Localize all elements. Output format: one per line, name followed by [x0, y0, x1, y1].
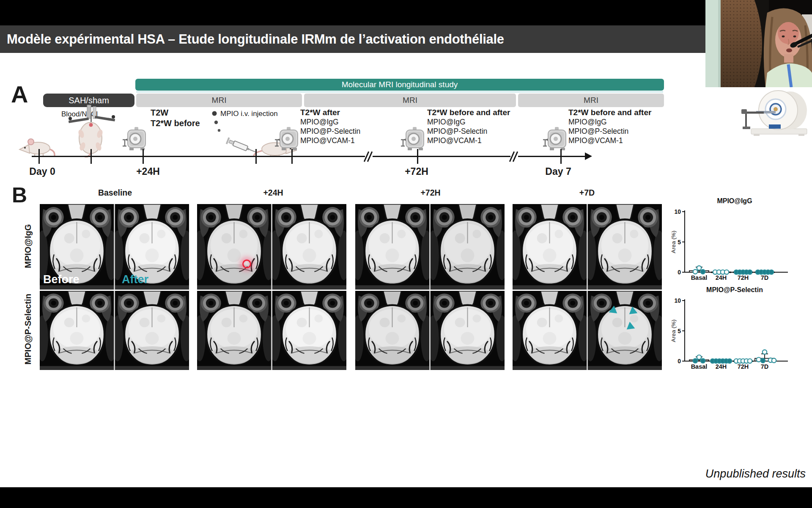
- y-tick-label: 10: [674, 297, 681, 304]
- data-point: [748, 270, 752, 274]
- slide-title: Modèle expérimental HSA – Etude longitud…: [0, 32, 504, 47]
- presenter-webcam: [705, 0, 812, 87]
- data-point: [693, 359, 697, 363]
- agent-vcam1: MPIO@VCAM-1: [568, 136, 651, 145]
- mri-image: [513, 291, 587, 370]
- mri-image: [115, 291, 189, 370]
- before-label: Before: [43, 273, 80, 286]
- agent-vcam1: MPIO@VCAM-1: [300, 136, 360, 145]
- row-label-mpio-pselectin: MPIO@P-Selectin: [23, 286, 33, 373]
- chart-mpio-igg: MPIO@IgG0510Area (%)Basal24H72H7D: [670, 193, 810, 284]
- data-point: [693, 270, 697, 274]
- slide-title-bar: Modèle expérimental HSA – Etude longitud…: [0, 25, 705, 53]
- timeline-label-24h: +24H: [129, 166, 167, 177]
- mri-image: [513, 204, 587, 290]
- x-category-label: 24H: [716, 274, 727, 281]
- timeline-label-72h: +72H: [398, 166, 436, 177]
- t2w-before-after-title: T2*W before and after: [568, 108, 651, 117]
- timeline-tick: [291, 149, 293, 164]
- data-point: [769, 270, 774, 274]
- x-category-label: Basal: [691, 274, 708, 281]
- y-tick-label: 0: [678, 269, 681, 276]
- timeline-label-day7: Day 7: [539, 166, 577, 177]
- agent-pselectin: MPIO@P-Selectin: [300, 127, 360, 136]
- mri-scanner-illustration: [739, 87, 809, 137]
- timeline-tick: [143, 149, 144, 164]
- column-header-7d: +7D: [551, 188, 623, 198]
- mri-image: [197, 291, 271, 370]
- mri-image-pair: [513, 204, 662, 290]
- data-point: [772, 358, 776, 362]
- data-point: [697, 266, 701, 270]
- mri-image-pair: [197, 291, 346, 370]
- timeline-tick: [255, 149, 257, 164]
- timeline-tick: [91, 149, 92, 164]
- timeline-tick: [417, 149, 418, 164]
- y-tick-label: 10: [674, 208, 681, 215]
- mri-scanner-icon: [400, 127, 425, 151]
- presentation-stage: Modèle expérimental HSA – Etude longitud…: [0, 0, 812, 508]
- x-category-label: 7D: [761, 363, 769, 370]
- mri-period-bar-3: MRI: [518, 94, 664, 107]
- mri-image-pair: [40, 291, 189, 370]
- agent-igg: MPIO@IgG: [300, 117, 360, 127]
- t2w-label: T2W: [151, 108, 200, 118]
- x-category-label: 72H: [738, 274, 749, 281]
- study-bar-underline: [136, 91, 663, 93]
- mri-image-pair: [355, 291, 505, 370]
- mri-image: [272, 291, 346, 370]
- mri-scanner-icon: [274, 127, 299, 151]
- y-axis-label: Area (%): [670, 320, 677, 342]
- t2w-before-after-block-72h: T2*W before and after MPIO@IgG MPIO@P-Se…: [427, 108, 510, 145]
- timeline-break: [365, 151, 373, 162]
- column-header-baseline: Baseline: [79, 188, 151, 198]
- agent-vcam1: MPIO@VCAM-1: [427, 136, 510, 145]
- t2w-before-after-block-day7: T2*W before and after MPIO@IgG MPIO@P-Se…: [568, 108, 651, 145]
- mouse-icon: [19, 135, 56, 157]
- after-label: After: [122, 273, 148, 286]
- mri-image-pair: [513, 291, 662, 370]
- mri-scanner-icon: [122, 127, 147, 151]
- mri-image-pair: [355, 204, 505, 290]
- mri-image: [197, 204, 271, 290]
- timeline-tick: [560, 149, 562, 164]
- chart-title: MPIO@IgG: [717, 197, 752, 204]
- letterbox-bottom: [0, 487, 812, 508]
- baseline-scan-block: T2W T2*W before: [151, 108, 200, 129]
- data-point: [724, 270, 729, 274]
- y-tick-label: 5: [678, 239, 681, 246]
- row-label-mpio-igg: MPIO@IgG: [23, 203, 33, 290]
- mri-period-bar-2: MRI: [304, 94, 516, 107]
- panel-a-label: A: [11, 80, 28, 108]
- mri-image: [355, 204, 429, 290]
- data-point: [701, 359, 705, 363]
- t2sw-before-label: T2*W before: [151, 118, 200, 129]
- data-point: [727, 359, 732, 363]
- y-axis-label: Area (%): [670, 231, 677, 253]
- timeline-arrowhead: [585, 152, 592, 160]
- mri-image: [431, 291, 505, 370]
- mri-image: [588, 291, 662, 370]
- x-category-label: 72H: [738, 363, 749, 370]
- mri-image: [588, 204, 662, 290]
- column-header-72h: +72H: [395, 188, 466, 198]
- mri-image: [355, 291, 429, 370]
- t2w-after-block: T2*W after MPIO@IgG MPIO@P-Selectin MPIO…: [300, 108, 360, 145]
- t2w-before-after-title: T2*W before and after: [427, 108, 510, 117]
- mri-image-pair: [197, 204, 346, 290]
- timeline-axis: [32, 156, 586, 157]
- red-circle-marker-icon: [242, 260, 251, 268]
- x-category-label: Basal: [691, 363, 708, 370]
- agent-pselectin: MPIO@P-Selectin: [427, 127, 510, 136]
- study-period-bar: Molecular MRI longitudinal study: [135, 79, 664, 91]
- mri-image: [431, 204, 505, 290]
- letterbox-top: [0, 0, 705, 25]
- data-point: [701, 270, 705, 274]
- mri-image: [40, 291, 114, 370]
- chart-title: MPIO@P-Selectin: [706, 286, 763, 293]
- y-tick-label: 0: [678, 358, 681, 364]
- agent-igg: MPIO@IgG: [568, 117, 651, 127]
- x-category-label: 24H: [716, 363, 727, 370]
- data-point: [761, 359, 765, 363]
- mri-image: [272, 204, 346, 290]
